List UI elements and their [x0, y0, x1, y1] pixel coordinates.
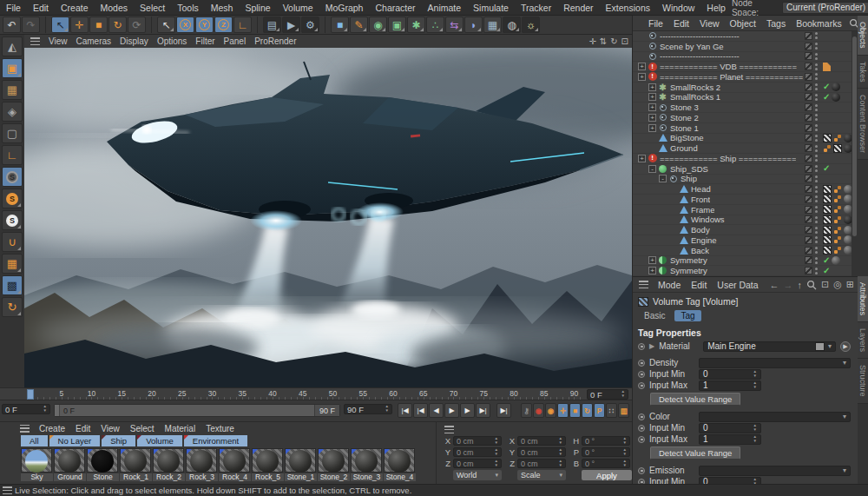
redo-button[interactable]: ↷ — [22, 17, 40, 33]
visibility-dots-icon[interactable] — [815, 114, 818, 121]
expander-icon[interactable]: - — [648, 165, 656, 173]
coordinates-menu-icon[interactable] — [444, 426, 454, 433]
viewport-menu-display[interactable]: Display — [115, 36, 153, 47]
viewport-menu-panel[interactable]: Panel — [220, 36, 251, 47]
snap-button[interactable]: ∪ — [2, 232, 23, 252]
tree-row[interactable]: Windows — [633, 215, 858, 226]
keyframe-dot-icon[interactable] — [638, 425, 645, 432]
enabled-check-icon[interactable]: ✓ — [823, 83, 830, 91]
property-dropdown-field[interactable]: ▾ — [699, 412, 851, 422]
undo-button[interactable]: ↶ — [3, 17, 21, 33]
chevron-down-icon[interactable]: ▾ — [828, 342, 832, 350]
light-button[interactable]: ☼ — [522, 17, 540, 33]
expander-icon[interactable]: + — [638, 73, 646, 81]
viewport-menu-view[interactable]: View — [44, 36, 72, 47]
stepper-icon[interactable]: ▲▼ — [559, 437, 562, 446]
axis-mode-button[interactable]: ∟ — [2, 145, 23, 165]
material-item[interactable]: Stone_3 — [351, 448, 383, 481]
track-mode-icon[interactable]: ◎ — [833, 279, 842, 290]
current-frame-spinner[interactable]: 0 F ▲▼ — [587, 389, 628, 400]
checker-tag-icon[interactable] — [823, 246, 832, 255]
sphdark-tag-icon[interactable] — [832, 93, 840, 102]
layer-icon[interactable] — [805, 144, 812, 152]
material-menu-create[interactable]: Create — [34, 423, 70, 434]
side-tab-structure[interactable]: Structure — [858, 359, 868, 404]
expander-icon[interactable]: + — [648, 256, 656, 264]
material-item[interactable]: Rock_1 — [120, 448, 152, 481]
record-scale-button[interactable]: ■ — [569, 403, 581, 418]
layer-icon[interactable] — [805, 236, 812, 244]
number-input[interactable]: 1▲▼ — [699, 434, 761, 445]
material-menu-icon[interactable] — [20, 425, 30, 433]
visibility-dots-icon[interactable] — [815, 155, 818, 162]
number-input[interactable]: 1▲▼ — [699, 380, 761, 391]
expand-arrow-icon[interactable]: ▶ — [649, 342, 654, 350]
material-menu-material[interactable]: Material — [160, 423, 201, 434]
expander-icon[interactable]: + — [638, 155, 646, 162]
tree-row[interactable]: +!============ Ship ============ — [633, 154, 858, 164]
menu-render[interactable]: Render — [557, 1, 599, 15]
new-panel-icon[interactable]: ⊞ — [846, 279, 854, 290]
expander-icon[interactable]: + — [648, 93, 656, 101]
stepper-icon[interactable]: ▲▼ — [559, 448, 562, 457]
layer-icon[interactable] — [805, 185, 812, 193]
model-mode-button[interactable]: ▣ — [2, 58, 23, 78]
object-menu-view[interactable]: View — [694, 17, 725, 30]
menu-file[interactable]: File — [0, 1, 27, 15]
visibility-dots-icon[interactable] — [815, 32, 818, 39]
tree-row[interactable]: -Ship — [633, 175, 858, 185]
last-tool-button[interactable]: ⟳ — [128, 17, 146, 33]
stepper-icon[interactable]: ▲▼ — [385, 405, 389, 413]
tree-row[interactable]: Engine — [633, 235, 858, 246]
keyframe-dot-icon[interactable] — [638, 371, 645, 378]
coordinate-input[interactable]: 0 °▲▼ — [582, 436, 630, 446]
layer-icon[interactable] — [805, 52, 812, 60]
node-space-dropdown[interactable]: Current (ProRender) ▾ — [782, 2, 868, 14]
material-thumbnail[interactable] — [21, 448, 52, 473]
end-frame-spinner[interactable]: 90 F ▲▼ — [344, 404, 392, 414]
checker-tag-icon[interactable] — [823, 226, 832, 235]
tree-row[interactable]: -Ship_SDS✓ — [633, 164, 858, 175]
solo-hierarchy-button[interactable]: S — [2, 210, 23, 230]
dots-tag-icon[interactable] — [833, 185, 842, 194]
stepper-icon[interactable]: ▲▼ — [495, 448, 498, 457]
deformer-button[interactable]: ✱ — [407, 17, 425, 33]
material-item[interactable]: Sky — [21, 448, 53, 481]
side-tab-content-browser[interactable]: Content Browser — [858, 89, 868, 160]
layer-icon[interactable] — [805, 247, 812, 255]
lock-icon[interactable]: ⊡ — [821, 279, 829, 290]
keyframe-dot-icon[interactable] — [638, 413, 645, 420]
layer-icon[interactable] — [805, 73, 812, 81]
menu-mograph[interactable]: MoGraph — [319, 1, 370, 15]
layer-icon[interactable] — [805, 256, 812, 264]
layer-icon[interactable] — [805, 206, 812, 214]
checker-tag-icon[interactable] — [823, 215, 832, 224]
tree-row[interactable]: +Stone 2 — [633, 113, 858, 123]
material-item[interactable]: Ground — [54, 448, 86, 481]
menu-select[interactable]: Select — [134, 1, 171, 15]
side-tab-attributes[interactable]: Attributes — [858, 276, 868, 322]
layer-icon[interactable] — [805, 83, 812, 91]
dots-tag-icon[interactable] — [833, 215, 842, 224]
menu-extensions[interactable]: Extensions — [600, 1, 656, 15]
tree-row[interactable]: Body — [633, 225, 858, 235]
tree-row[interactable]: Scene by Yan Ge — [633, 42, 858, 52]
menu-animate[interactable]: Animate — [422, 1, 468, 15]
subdivision-surface-button[interactable]: ◉ — [369, 17, 387, 33]
record-pla-button[interactable]: ∷ — [606, 403, 617, 418]
checker-tag-icon[interactable] — [823, 185, 832, 194]
coordinate-mode-dropdown[interactable]: Scale▾ — [517, 470, 566, 480]
layer-icon[interactable] — [805, 32, 812, 40]
move-tool-button[interactable]: ✛ — [70, 17, 89, 33]
layer-icon[interactable] — [805, 267, 812, 274]
pan-view-icon[interactable]: ✛ — [589, 36, 595, 46]
visibility-dots-icon[interactable] — [815, 73, 818, 80]
visibility-dots-icon[interactable] — [815, 175, 818, 182]
dots-tag-icon[interactable] — [833, 246, 842, 255]
workplane-lock-button[interactable]: ▩ — [2, 275, 23, 295]
coordinate-input[interactable]: 0 cm▲▼ — [453, 436, 502, 446]
enabled-check-icon[interactable]: ✓ — [823, 93, 830, 102]
coordinate-input[interactable]: 0 cm▲▼ — [517, 447, 566, 457]
coordinate-system-button[interactable]: ∟ — [233, 17, 252, 33]
tree-row[interactable]: Head — [633, 184, 858, 195]
